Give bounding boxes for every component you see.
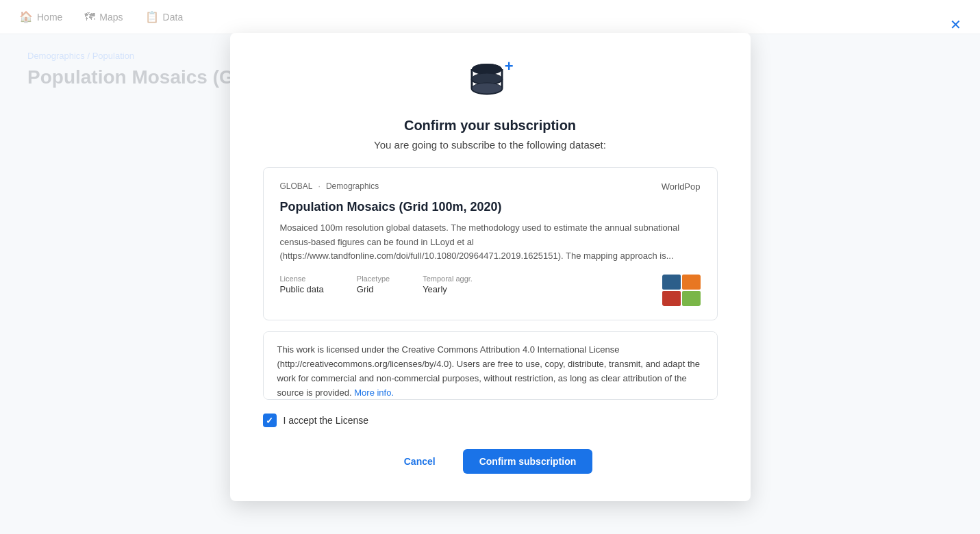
dataset-meta: License Public data Placetype Grid Tempo… xyxy=(280,275,701,306)
modal-subtitle: You are going to subscribe to the follow… xyxy=(374,139,606,151)
temporal-value: Yearly xyxy=(423,284,473,294)
cancel-button[interactable]: Cancel xyxy=(388,449,452,474)
confirm-subscription-button[interactable]: Confirm subscription xyxy=(463,449,593,474)
wp-cell-2 xyxy=(682,275,701,290)
dataset-provider: WorldPop xyxy=(662,181,701,192)
tag-global: GLOBAL xyxy=(280,181,313,191)
license-more-info-link[interactable]: More info. xyxy=(354,387,394,398)
license-value: Public data xyxy=(280,284,324,294)
meta-temporal: Temporal aggr. Yearly xyxy=(423,275,473,294)
license-text: This work is licensed under the Creative… xyxy=(277,344,701,397)
dataset-card-header: GLOBAL · Demographics WorldPop xyxy=(280,181,701,192)
database-icon xyxy=(468,60,505,97)
svg-point-3 xyxy=(472,83,502,94)
dataset-name: Population Mosaics (Grid 100m, 2020) xyxy=(280,200,701,214)
meta-placetype: Placetype Grid xyxy=(357,275,390,294)
checkmark-icon: ✓ xyxy=(266,416,273,426)
license-label: License xyxy=(280,275,324,283)
license-box[interactable]: This work is licensed under the Creative… xyxy=(263,331,718,400)
wp-cell-1 xyxy=(662,275,681,290)
accept-license-label: I accept the License xyxy=(284,415,369,426)
worldpop-logo xyxy=(662,275,701,306)
modal-icon-container: + xyxy=(468,60,512,104)
accept-license-row: ✓ I accept the License xyxy=(263,414,718,427)
subscription-modal: + Confirm your subscription You are goin… xyxy=(230,33,751,501)
accept-license-checkbox[interactable]: ✓ xyxy=(263,414,277,427)
tag-demographics: Demographics xyxy=(326,181,379,191)
dataset-card: GLOBAL · Demographics WorldPop Populatio… xyxy=(263,167,718,320)
wp-cell-4 xyxy=(682,291,701,306)
meta-license: License Public data xyxy=(280,275,324,294)
placetype-value: Grid xyxy=(357,284,390,294)
tag-dot: · xyxy=(318,181,321,191)
button-row: Cancel Confirm subscription xyxy=(388,449,592,474)
plus-badge: + xyxy=(505,59,514,74)
modal-overlay: ✕ + Confirm your subscription You are go… xyxy=(0,0,980,534)
wp-cell-3 xyxy=(662,291,681,306)
dataset-tags: GLOBAL · Demographics xyxy=(280,181,379,191)
modal-title: Confirm your subscription xyxy=(404,118,576,134)
temporal-label: Temporal aggr. xyxy=(423,275,473,283)
placetype-label: Placetype xyxy=(357,275,390,283)
close-button[interactable]: ✕ xyxy=(944,14,966,36)
dataset-description: Mosaiced 100m resolution global datasets… xyxy=(280,221,701,264)
